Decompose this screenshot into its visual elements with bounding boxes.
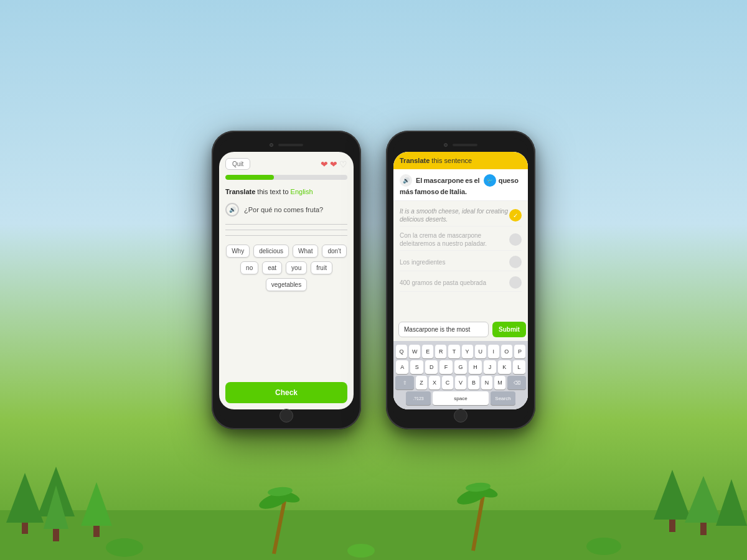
instruction-bold: Translate bbox=[225, 188, 255, 195]
keyboard: Q W E R T Y U I O P A S D bbox=[393, 341, 528, 409]
key-q[interactable]: Q bbox=[396, 345, 407, 358]
heart-2: ❤ bbox=[330, 159, 337, 169]
word-chip-fruit[interactable]: fruit bbox=[311, 261, 332, 274]
key-f[interactable]: F bbox=[439, 360, 452, 374]
answer-lines bbox=[225, 224, 347, 236]
key-a[interactable]: A bbox=[396, 360, 408, 374]
tree-left-1 bbox=[37, 467, 75, 516]
sentence-audio-icon[interactable]: 🔊 bbox=[400, 174, 412, 187]
kb-row-3: ⇧ Z X C V B N M ⌫ bbox=[396, 376, 525, 390]
key-e[interactable]: E bbox=[422, 345, 433, 358]
translate-header: Translate this sentence bbox=[393, 152, 528, 169]
submit-button[interactable]: Submit bbox=[492, 322, 526, 337]
key-m[interactable]: M bbox=[494, 376, 505, 390]
kb-row-2: A S D F G H J K L bbox=[396, 360, 525, 374]
word-chip-no[interactable]: no bbox=[240, 261, 258, 274]
key-d[interactable]: D bbox=[425, 360, 438, 374]
svg-point-7 bbox=[272, 488, 301, 505]
kb-row-4: .?123 space Search bbox=[396, 391, 525, 405]
svg-point-15 bbox=[455, 485, 489, 508]
key-shift[interactable]: ⇧ bbox=[395, 376, 414, 390]
key-o[interactable]: O bbox=[501, 345, 512, 358]
phone1-home-button[interactable] bbox=[280, 409, 293, 422]
kb-row-1: Q W E R T Y U I O P bbox=[396, 345, 525, 358]
progress-bar-fill bbox=[225, 175, 274, 180]
key-search[interactable]: Search bbox=[491, 391, 515, 405]
phone2-camera bbox=[444, 143, 448, 147]
word-chip-vegetables[interactable]: vegetables bbox=[266, 278, 307, 291]
key-x[interactable]: X bbox=[429, 376, 440, 390]
word-chip-why[interactable]: Why bbox=[226, 245, 250, 258]
key-s[interactable]: S bbox=[410, 360, 423, 374]
key-h[interactable]: H bbox=[469, 360, 481, 374]
token-el2: el bbox=[474, 177, 479, 184]
instruction-text: Translate this text to English bbox=[225, 187, 347, 197]
heart-3: ♡ bbox=[339, 159, 347, 169]
answer-option-2[interactable]: Con la crema de mascarpone deleitaremos … bbox=[400, 229, 522, 251]
key-r[interactable]: R bbox=[435, 345, 446, 358]
quit-button[interactable]: Quit bbox=[225, 158, 250, 170]
key-n[interactable]: N bbox=[481, 376, 492, 390]
key-w[interactable]: W bbox=[409, 345, 420, 358]
key-c[interactable]: C bbox=[442, 376, 453, 390]
word-chip-dont[interactable]: don't bbox=[322, 245, 346, 258]
phone1-screen: Quit ❤ ❤ ♡ Translate this text to Englis… bbox=[219, 152, 354, 409]
key-backspace[interactable]: ⌫ bbox=[507, 376, 526, 390]
key-t[interactable]: T bbox=[448, 345, 459, 358]
option-3-text: Los ingredientes bbox=[400, 258, 509, 266]
phone2-home-button[interactable] bbox=[454, 409, 467, 422]
translate-input[interactable] bbox=[398, 322, 489, 337]
instruction-rest: this text to bbox=[255, 188, 290, 195]
phones-container: Quit ❤ ❤ ♡ Translate this text to Englis… bbox=[212, 131, 535, 429]
spanish-sentence: ¿Por qué no comes fruta? bbox=[244, 206, 323, 213]
heart-1: ❤ bbox=[321, 159, 328, 169]
key-i[interactable]: I bbox=[488, 345, 499, 358]
ground bbox=[0, 510, 747, 560]
token-el: El bbox=[416, 177, 422, 184]
key-u[interactable]: U bbox=[475, 345, 486, 358]
answer-option-4[interactable]: 400 gramos de pasta quebrada bbox=[400, 274, 522, 292]
answer-line-1 bbox=[225, 224, 347, 225]
token-es: es bbox=[465, 177, 472, 184]
option-2-check bbox=[509, 233, 522, 246]
input-row: Submit bbox=[393, 318, 528, 341]
key-y[interactable]: Y bbox=[462, 345, 473, 358]
phone2-speaker bbox=[453, 144, 477, 146]
phone-1: Quit ❤ ❤ ♡ Translate this text to Englis… bbox=[212, 131, 361, 429]
hearts-container: ❤ ❤ ♡ bbox=[321, 159, 347, 169]
key-symbols[interactable]: .?123 bbox=[406, 391, 431, 405]
screen1-header: Quit ❤ ❤ ♡ bbox=[225, 158, 347, 170]
answer-option-3[interactable]: Los ingredientes bbox=[400, 253, 522, 271]
option-1-check: ✓ bbox=[509, 209, 522, 222]
answer-line-2 bbox=[225, 230, 347, 230]
key-z[interactable]: Z bbox=[416, 376, 427, 390]
key-b[interactable]: B bbox=[468, 376, 479, 390]
key-j[interactable]: J bbox=[484, 360, 496, 374]
check-button[interactable]: Check bbox=[225, 382, 347, 403]
word-chip-you[interactable]: you bbox=[286, 261, 307, 274]
word-chip-eat[interactable]: eat bbox=[262, 261, 282, 274]
key-g[interactable]: G bbox=[454, 360, 467, 374]
translate-header-rest: this sentence bbox=[430, 157, 472, 164]
screen2-content: Translate this sentence 🔊 El mascarpone … bbox=[393, 152, 528, 409]
answer-option-1[interactable]: It is a smooth cheese, ideal for creatin… bbox=[400, 205, 522, 226]
key-k[interactable]: K bbox=[498, 360, 510, 374]
audio-icon[interactable]: 🔊 bbox=[225, 203, 239, 217]
key-l[interactable]: L bbox=[513, 360, 525, 374]
word-chip-what[interactable]: What bbox=[293, 245, 318, 258]
answer-line-3 bbox=[225, 235, 347, 236]
key-v[interactable]: V bbox=[455, 376, 466, 390]
phone2-screen: Translate this sentence 🔊 El mascarpone … bbox=[393, 152, 528, 409]
word-chip-delicious[interactable]: delicious bbox=[253, 245, 289, 258]
svg-point-6 bbox=[257, 490, 291, 512]
key-space[interactable]: space bbox=[433, 391, 489, 405]
twitter-icon: 🐦 bbox=[484, 174, 496, 187]
key-p[interactable]: P bbox=[514, 345, 525, 358]
token-queso: queso bbox=[499, 177, 519, 184]
word-bank: Why delicious What don't no eat you frui… bbox=[225, 245, 347, 291]
phone2-top-bar bbox=[393, 138, 528, 152]
sentence-tokens-row: 🔊 El mascarpone es el 🐦 queso más famoso… bbox=[393, 169, 528, 201]
phone1-bottom-bar bbox=[219, 409, 354, 422]
phone1-top-bar bbox=[219, 138, 354, 152]
translate-header-bold: Translate bbox=[400, 157, 430, 164]
